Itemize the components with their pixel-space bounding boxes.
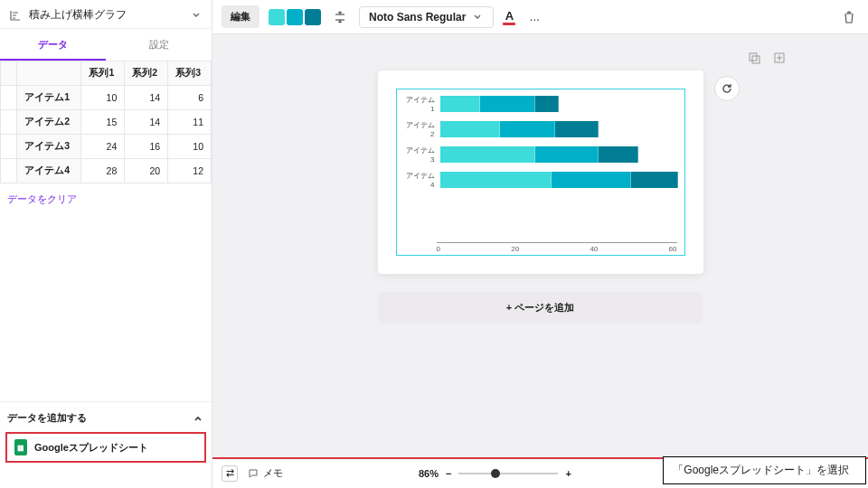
x-axis: 0204060	[437, 242, 677, 253]
row-label[interactable]: アイテム3	[17, 135, 81, 159]
chart-type-selector[interactable]: 積み上げ横棒グラフ	[0, 0, 212, 29]
main-area: 編集 Noto Sans Regular A …	[212, 0, 868, 488]
cell[interactable]: 16	[125, 135, 168, 159]
top-toolbar: 編集 Noto Sans Regular A …	[212, 0, 868, 34]
canvas-area[interactable]: アイテム1アイテム2アイテム3アイテム4 0204060 + ページを追加	[212, 34, 868, 360]
add-data-header[interactable]: データを追加する	[0, 401, 212, 430]
zoom-control[interactable]: 86% − +	[419, 468, 571, 479]
cell[interactable]: 11	[168, 110, 212, 135]
chevron-down-icon	[190, 9, 203, 22]
col-header[interactable]: 系列3	[168, 61, 212, 86]
chart-type-label: 積み上げ横棒グラフ	[29, 7, 127, 23]
data-table[interactable]: 系列1 系列2 系列3 アイテム110146アイテム2151411アイテム324…	[0, 61, 212, 183]
refresh-button[interactable]	[714, 76, 740, 101]
col-header[interactable]: 系列2	[125, 61, 168, 86]
row-label[interactable]: アイテム4	[17, 159, 81, 183]
chart-bar-row: アイテム4	[402, 171, 679, 189]
table-row[interactable]: アイテム3241610	[1, 135, 212, 159]
col-header[interactable]: 系列1	[81, 61, 125, 86]
bar-chart-icon	[9, 9, 22, 22]
table-row[interactable]: アイテム2151411	[1, 110, 212, 135]
chevron-down-icon	[471, 11, 484, 23]
row-label[interactable]: アイテム1	[17, 86, 81, 110]
sidebar: 積み上げ横棒グラフ データ 設定 系列1 系列2 系列3 アイテム110146ア…	[0, 0, 212, 488]
cell[interactable]: 14	[125, 86, 168, 110]
notes-button[interactable]: メモ	[247, 466, 283, 480]
notes-label: メモ	[263, 466, 283, 480]
page-actions	[747, 51, 787, 65]
category-label: アイテム1	[402, 95, 435, 113]
tab-data[interactable]: データ	[0, 29, 106, 61]
tab-settings[interactable]: 設定	[106, 29, 212, 61]
x-tick: 0	[437, 245, 440, 253]
table-row[interactable]: アイテム4282012	[1, 159, 212, 183]
more-button[interactable]: …	[524, 7, 544, 27]
text-color-button[interactable]: A	[503, 9, 515, 25]
svg-rect-1	[752, 56, 760, 63]
spacing-icon[interactable]	[330, 7, 350, 27]
font-label: Noto Sans Regular	[369, 11, 466, 23]
edit-button[interactable]: 編集	[222, 5, 259, 28]
delete-button[interactable]	[839, 7, 859, 27]
x-tick: 60	[669, 245, 677, 253]
chart[interactable]: アイテム1アイテム2アイテム3アイテム4 0204060	[396, 89, 685, 256]
add-page-button[interactable]: + ページを追加	[378, 292, 703, 324]
svg-rect-0	[750, 53, 757, 61]
cell[interactable]: 20	[125, 159, 168, 183]
cell[interactable]: 24	[81, 135, 125, 159]
color-swatches	[269, 9, 321, 25]
clear-data-link[interactable]: データをクリア	[0, 183, 212, 215]
row-label[interactable]: アイテム2	[17, 110, 81, 135]
duplicate-page-icon[interactable]	[747, 51, 761, 65]
font-picker[interactable]: Noto Sans Regular	[359, 6, 494, 28]
color-swatch[interactable]	[269, 9, 285, 25]
category-label: アイテム2	[402, 120, 435, 138]
add-data-label: データを追加する	[7, 411, 87, 425]
color-swatch[interactable]	[305, 9, 321, 25]
cell[interactable]: 14	[125, 110, 168, 135]
zoom-value: 86%	[419, 468, 439, 479]
notes-toggle-icon[interactable]: ⇄	[222, 465, 238, 482]
chart-bar-row: アイテム2	[402, 120, 679, 138]
table-row[interactable]: アイテム110146	[1, 86, 212, 110]
annotation-callout: 「Googleスプレッドシート」を選択	[663, 456, 866, 484]
cell[interactable]: 15	[81, 110, 125, 135]
google-sheets-icon: ▦	[14, 439, 27, 455]
slider-thumb[interactable]	[491, 469, 500, 478]
sidebar-tabs: データ 設定	[0, 29, 212, 61]
text-a-icon: A	[505, 9, 514, 23]
page[interactable]: アイテム1アイテム2アイテム3アイテム4 0204060	[378, 70, 703, 274]
cell[interactable]: 28	[81, 159, 125, 183]
text-color-bar	[503, 23, 515, 25]
color-swatch[interactable]	[287, 9, 303, 25]
cell[interactable]: 6	[168, 86, 212, 110]
category-label: アイテム4	[402, 171, 435, 189]
x-tick: 20	[511, 245, 519, 253]
zoom-slider[interactable]	[458, 473, 558, 474]
google-sheets-label: Googleスプレッドシート	[34, 441, 148, 455]
google-sheets-button[interactable]: ▦ Googleスプレッドシート	[5, 432, 206, 463]
category-label: アイテム3	[402, 145, 435, 164]
cell[interactable]: 10	[81, 86, 125, 110]
cell[interactable]: 10	[168, 135, 212, 159]
chevron-up-icon	[192, 412, 204, 425]
chart-bar-row: アイテム1	[402, 95, 679, 113]
cell[interactable]: 12	[168, 159, 212, 183]
add-page-icon[interactable]	[772, 51, 787, 65]
chart-bar-row: アイテム3	[402, 145, 679, 164]
x-tick: 40	[590, 245, 598, 253]
